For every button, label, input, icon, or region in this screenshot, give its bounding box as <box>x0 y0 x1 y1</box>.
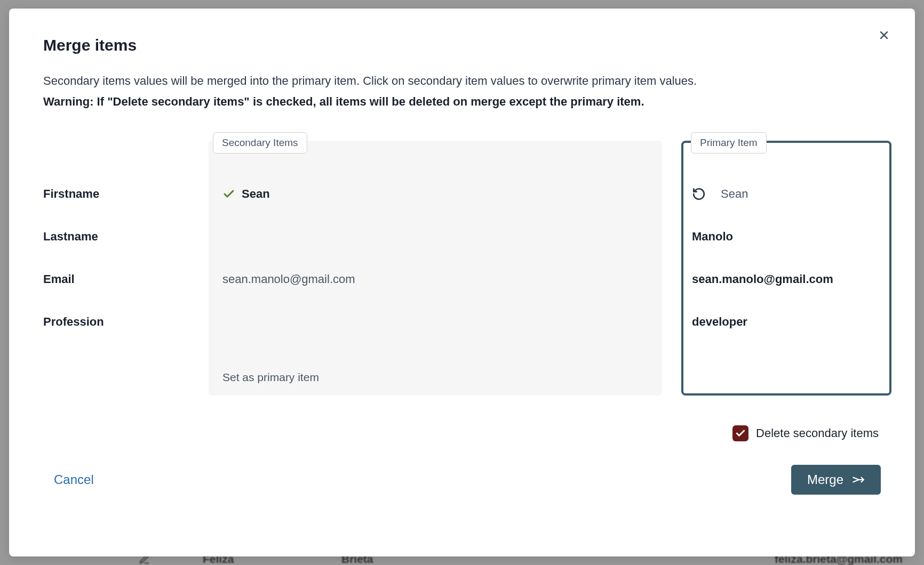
field-label-email: Email <box>43 258 209 301</box>
modal-footer: Cancel Merge <box>43 465 881 495</box>
field-label-lastname: Lastname <box>43 215 209 258</box>
delete-checkbox[interactable] <box>732 425 748 441</box>
modal-description: Secondary items values will be merged in… <box>43 71 881 90</box>
secondary-badge: Secondary Items <box>213 132 307 154</box>
delete-checkbox-row: Delete secondary items <box>43 425 881 441</box>
close-button[interactable] <box>878 29 893 44</box>
primary-firstname: Sean <box>691 173 882 215</box>
primary-firstname-value: Sean <box>721 187 748 201</box>
merge-modal: Merge items Secondary items values will … <box>9 9 915 556</box>
modal-title: Merge items <box>43 36 881 54</box>
set-primary-link[interactable]: Set as primary item <box>220 371 650 384</box>
merge-button-label: Merge <box>807 472 843 487</box>
secondary-lastname[interactable] <box>220 215 650 258</box>
secondary-email-value: sean.manolo@gmail.com <box>222 272 355 286</box>
merge-button[interactable]: Merge <box>791 465 881 495</box>
delete-checkbox-label: Delete secondary items <box>756 426 879 440</box>
primary-lastname: Manolo <box>691 215 882 258</box>
field-label-profession: Profession <box>43 301 209 343</box>
field-label-firstname: Firstname <box>43 173 209 215</box>
field-labels-column: Firstname Lastname Email Profession <box>43 141 209 396</box>
modal-warning: Warning: If "Delete secondary items" is … <box>43 92 881 111</box>
secondary-firstname[interactable]: Sean <box>220 173 650 215</box>
secondary-firstname-value: Sean <box>242 187 270 201</box>
merge-grid: Firstname Lastname Email Profession Seco… <box>43 141 881 396</box>
primary-badge: Primary Item <box>691 132 767 154</box>
primary-item-column: Primary Item Sean Manolo sean.manolo@gma… <box>681 141 891 396</box>
secondary-email[interactable]: sean.manolo@gmail.com <box>220 258 650 301</box>
secondary-profession[interactable] <box>220 301 650 343</box>
primary-profession-value: developer <box>692 315 747 329</box>
primary-email: sean.manolo@gmail.com <box>691 258 882 301</box>
undo-icon[interactable] <box>692 187 706 201</box>
cancel-button[interactable]: Cancel <box>54 472 94 487</box>
primary-profession: developer <box>691 301 882 343</box>
modal-overlay: Merge items Secondary items values will … <box>0 0 924 565</box>
secondary-items-column: Secondary Items Sean sean.manolo@gmail.c… <box>209 141 662 396</box>
primary-email-value: sean.manolo@gmail.com <box>692 272 833 286</box>
merge-arrow-icon <box>851 473 865 487</box>
primary-lastname-value: Manolo <box>692 230 733 244</box>
check-icon <box>222 188 235 200</box>
